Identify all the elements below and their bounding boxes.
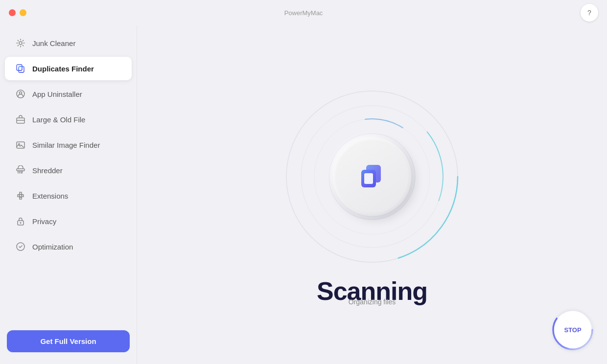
sidebar-item-optimization[interactable]: Optimization	[5, 235, 132, 258]
main-layout: Junk Cleaner	[0, 25, 607, 364]
sidebar-item-label: Junk Cleaner	[32, 39, 75, 47]
optimization-icon	[15, 241, 26, 252]
sidebar-item-label: Extensions	[32, 192, 68, 200]
sidebar-item-label: Large & Old File	[32, 115, 85, 124]
stop-button[interactable]: STOP	[553, 310, 592, 349]
svg-rect-2	[17, 65, 22, 70]
sidebar-item-label: App Uninstaller	[32, 90, 82, 98]
lock-icon	[15, 215, 26, 227]
sidebar-item-label: Shredder	[32, 166, 63, 175]
puzzle-icon	[15, 190, 26, 202]
svg-rect-23	[364, 173, 373, 184]
svg-point-4	[20, 92, 22, 94]
image-icon	[15, 139, 26, 151]
sidebar-item-label: Duplicates Finder	[32, 65, 94, 73]
duplicate-icon	[15, 63, 26, 74]
sidebar-item-app-uninstaller[interactable]: App Uninstaller	[5, 82, 132, 106]
sidebar-item-label: Optimization	[32, 243, 73, 251]
help-button[interactable]: ?	[581, 4, 598, 22]
minimize-button[interactable]	[20, 9, 26, 16]
gear-icon	[15, 37, 26, 49]
stop-ring	[551, 308, 594, 351]
scanner-container	[279, 84, 465, 270]
sidebar-item-label: Privacy	[32, 217, 56, 226]
sidebar-item-privacy[interactable]: Privacy	[5, 209, 132, 233]
sidebar-item-label: Similar Image Finder	[32, 141, 100, 149]
shredder-icon	[15, 164, 26, 176]
sidebar-item-large-old-file[interactable]: Large & Old File	[5, 108, 132, 131]
titlebar: PowerMyMac ?	[0, 0, 607, 25]
svg-point-0	[19, 42, 22, 45]
sidebar-item-duplicates-finder[interactable]: Duplicates Finder	[5, 57, 132, 80]
close-button[interactable]	[9, 9, 16, 16]
svg-rect-1	[19, 67, 24, 72]
stop-button-container: STOP	[553, 310, 592, 349]
get-full-version-button[interactable]: Get Full Version	[7, 330, 130, 352]
sidebar-item-shredder[interactable]: Shredder	[5, 159, 132, 182]
content-area: Scanning Organizing files	[137, 25, 607, 364]
sidebar: Junk Cleaner	[0, 25, 137, 364]
traffic-lights	[9, 9, 26, 16]
app-name: PowerMyMac	[284, 9, 323, 17]
svg-rect-9	[17, 169, 24, 171]
scan-area: Scanning Organizing files	[279, 84, 465, 306]
svg-point-11	[20, 222, 22, 224]
briefcase-icon	[15, 114, 26, 125]
sidebar-item-similar-image-finder[interactable]: Similar Image Finder	[5, 133, 132, 157]
center-icon	[333, 137, 411, 216]
sidebar-item-extensions[interactable]: Extensions	[5, 184, 132, 207]
sidebar-item-junk-cleaner[interactable]: Junk Cleaner	[5, 31, 132, 55]
person-circle-icon	[15, 88, 26, 100]
